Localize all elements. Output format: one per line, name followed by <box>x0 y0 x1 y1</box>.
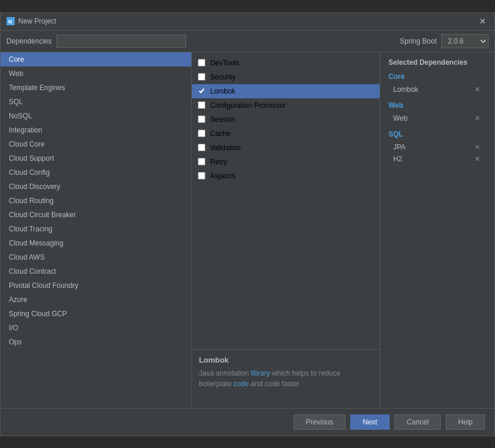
sidebar-item-cloud-discovery[interactable]: Cloud Discovery <box>1 180 191 194</box>
sidebar-item-cloud-routing[interactable]: Cloud Routing <box>1 194 191 208</box>
list-item-retry[interactable]: Retry <box>192 155 380 169</box>
dependencies-label: Dependencies <box>6 37 52 45</box>
description-box: Lombok Java annotation library which hel… <box>192 349 380 408</box>
spring-boot-version-select[interactable]: 1.5.18 2.0.6 2.1.3 2.2.0 <box>441 34 489 48</box>
description-title: Lombok <box>199 356 373 364</box>
list-item-selected-jpa: JPA ✕ <box>388 141 486 153</box>
list-item-selected-h2: H2 ✕ <box>388 153 486 165</box>
list-item-selected-lombok: Lombok ✕ <box>388 84 486 95</box>
remove-dep-jpa[interactable]: ✕ <box>473 144 481 151</box>
checkbox-lombok[interactable] <box>198 87 205 95</box>
dep-label-web: Web <box>393 114 407 122</box>
right-panel: Selected Dependencies Core Lombok ✕ Web … <box>380 52 494 408</box>
sidebar-item-template-engines[interactable]: Template Engines <box>1 81 191 95</box>
description-link-library[interactable]: library <box>251 369 270 377</box>
remove-dep-h2[interactable]: ✕ <box>473 155 481 162</box>
checkbox-label-devtools: DevTools <box>210 59 239 67</box>
new-project-dialog: N New Project ✕ Dependencies Spring Boot… <box>0 12 495 436</box>
selected-dependencies-title: Selected Dependencies <box>388 58 486 67</box>
checkbox-cache[interactable] <box>198 130 205 137</box>
middle-panel: DevTools Security Lombok Configuration P… <box>192 52 380 408</box>
title-bar: N New Project ✕ <box>1 13 494 31</box>
sidebar-item-web[interactable]: Web <box>1 67 191 81</box>
list-item-validation[interactable]: Validation <box>192 141 380 155</box>
dep-label-h2: H2 <box>393 155 402 163</box>
title-bar-left: N New Project <box>6 17 57 25</box>
close-button[interactable]: ✕ <box>477 16 489 26</box>
group-title-core: Core <box>388 72 486 81</box>
list-item-selected-web: Web ✕ <box>388 112 486 124</box>
cancel-button[interactable]: Cancel <box>394 414 441 430</box>
list-item-security[interactable]: Security <box>192 70 380 84</box>
next-button[interactable]: Next <box>350 414 390 430</box>
content-area: Core Web Template Engines SQL NoSQL Inte… <box>1 52 494 408</box>
group-title-web: Web <box>388 101 486 109</box>
sidebar-item-integration[interactable]: Integration <box>1 123 191 137</box>
sidebar-item-io[interactable]: I/O <box>1 321 191 335</box>
sidebar-item-cloud-contract[interactable]: Cloud Contract <box>1 264 191 278</box>
checkbox-aspects[interactable] <box>198 172 205 180</box>
sidebar-item-spring-cloud-gcp[interactable]: Spring Cloud GCP <box>1 307 191 321</box>
spring-boot-label: Spring Boot <box>400 37 437 45</box>
checkbox-label-retry: Retry <box>210 158 227 166</box>
list-item-session[interactable]: Session <box>192 112 380 127</box>
sidebar-item-cloud-aws[interactable]: Cloud AWS <box>1 250 191 264</box>
dep-label-lombok: Lombok <box>393 85 418 94</box>
svg-text:N: N <box>8 19 12 25</box>
sidebar-item-pivotal-cloud-foundry[interactable]: Pivotal Cloud Foundry <box>1 278 191 293</box>
sidebar-item-cloud-config[interactable]: Cloud Config <box>1 165 191 180</box>
sidebar-item-sql[interactable]: SQL <box>1 95 191 109</box>
sidebar-item-cloud-support[interactable]: Cloud Support <box>1 151 191 165</box>
checkbox-devtools[interactable] <box>198 59 205 67</box>
group-title-sql: SQL <box>388 130 486 138</box>
list-item-cache[interactable]: Cache <box>192 127 380 141</box>
sidebar-item-cloud-core[interactable]: Cloud Core <box>1 137 191 151</box>
sidebar-item-cloud-circuit-breaker[interactable]: Cloud Circuit Breaker <box>1 208 191 222</box>
checkbox-configuration-processor[interactable] <box>198 101 205 109</box>
help-button[interactable]: Help <box>446 414 485 430</box>
dep-label-jpa: JPA <box>393 143 406 151</box>
sidebar-item-azure[interactable]: Azure <box>1 293 191 307</box>
remove-dep-web[interactable]: ✕ <box>473 115 481 122</box>
previous-button[interactable]: Previous <box>294 414 346 430</box>
category-list: Core Web Template Engines SQL NoSQL Inte… <box>1 52 191 408</box>
checkbox-label-session: Session <box>210 115 235 124</box>
sidebar-item-nosql[interactable]: NoSQL <box>1 109 191 123</box>
list-item-devtools[interactable]: DevTools <box>192 56 380 70</box>
checkbox-session[interactable] <box>198 115 205 123</box>
search-input[interactable] <box>57 35 186 48</box>
description-link-code[interactable]: code <box>234 380 249 388</box>
search-bar: Dependencies <box>1 31 192 51</box>
checkbox-security[interactable] <box>198 73 205 81</box>
left-panel: Core Web Template Engines SQL NoSQL Inte… <box>1 52 192 408</box>
sidebar-item-ops[interactable]: Ops <box>1 335 191 349</box>
checkbox-retry[interactable] <box>198 158 205 165</box>
button-bar: Previous Next Cancel Help <box>1 408 494 436</box>
list-item-aspects[interactable]: Aspects <box>192 169 380 183</box>
checkbox-validation[interactable] <box>198 144 205 151</box>
list-item-lombok[interactable]: Lombok <box>192 84 380 98</box>
remove-dep-lombok[interactable]: ✕ <box>473 86 481 93</box>
checkbox-label-aspects: Aspects <box>210 172 235 180</box>
dialog-title: New Project <box>18 17 57 25</box>
description-text: Java annotation library which helps to r… <box>199 368 373 389</box>
checkbox-label-cache: Cache <box>210 130 231 138</box>
list-item-configuration-processor[interactable]: Configuration Processor <box>192 98 380 112</box>
checkbox-label-configuration-processor: Configuration Processor <box>210 101 286 109</box>
checkbox-label-validation: Validation <box>210 144 241 152</box>
sidebar-item-cloud-messaging[interactable]: Cloud Messaging <box>1 236 191 250</box>
sidebar-item-core[interactable]: Core <box>1 52 191 67</box>
checkbox-label-lombok: Lombok <box>210 87 235 95</box>
checkbox-label-security: Security <box>210 73 235 81</box>
sidebar-item-cloud-tracing[interactable]: Cloud Tracing <box>1 222 191 236</box>
checkbox-list: DevTools Security Lombok Configuration P… <box>192 52 380 349</box>
app-icon: N <box>6 17 15 25</box>
